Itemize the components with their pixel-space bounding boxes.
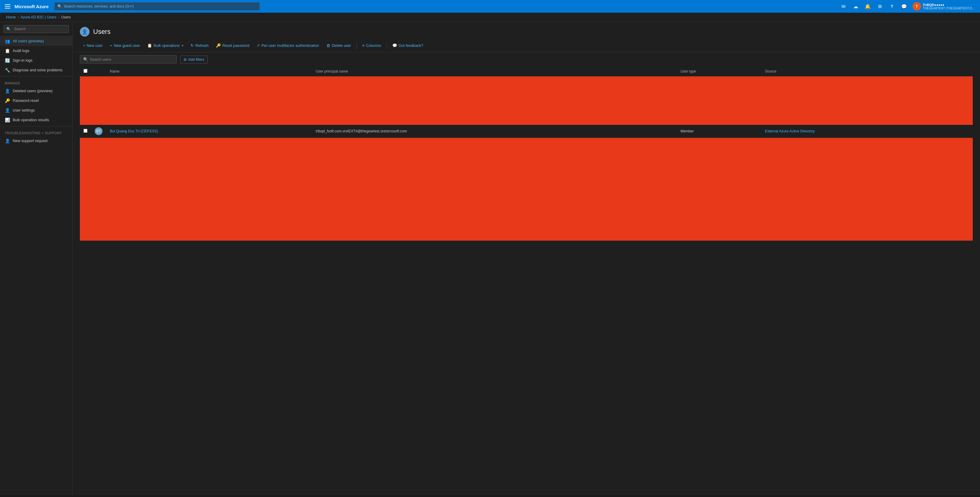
new-user-button[interactable]: + New user bbox=[80, 41, 105, 49]
bulk-operations-icon: 📋 bbox=[147, 43, 152, 48]
user-account-area[interactable]: T TriBQD●●●●● THEGEARTEST (THEGEARTEST.O… bbox=[911, 2, 976, 11]
sidebar-item-deleted-users-label: Deleted users (preview) bbox=[13, 89, 52, 93]
brand-name: Microsoft Azure bbox=[14, 4, 49, 9]
sidebar-item-audit-logs-label: Audit logs bbox=[13, 49, 29, 53]
per-user-mfa-icon: ↗ bbox=[256, 43, 260, 48]
add-filters-icon: ⊞ bbox=[184, 57, 187, 62]
notifications-panel-icon[interactable]: ✉ bbox=[838, 1, 849, 12]
sidebar-item-new-support[interactable]: 👤 New support request bbox=[0, 136, 72, 146]
feedback-icon[interactable]: 💬 bbox=[899, 1, 910, 12]
table-area: Name User principal name User type Sourc… bbox=[73, 67, 980, 495]
hamburger-menu[interactable] bbox=[4, 3, 11, 10]
all-users-icon: 👥 bbox=[5, 39, 10, 43]
user-avatar: T bbox=[913, 2, 921, 11]
audit-logs-icon: 📋 bbox=[5, 48, 10, 53]
global-search-input[interactable] bbox=[64, 4, 256, 8]
table-header-row: Name User principal name User type Sourc… bbox=[80, 67, 973, 76]
help-icon[interactable]: ? bbox=[886, 1, 897, 12]
sidebar-search-input[interactable] bbox=[14, 27, 66, 31]
top-navigation: Microsoft Azure 🔍 ✉ ☁ 🔔 ⚙ ? 💬 T TriBQD●●… bbox=[0, 0, 980, 13]
manage-section-label: Manage bbox=[0, 78, 72, 86]
breadcrumb: Home › Azure AD B2C | Users › Users bbox=[0, 13, 980, 22]
select-all-checkbox[interactable] bbox=[83, 69, 88, 73]
breadcrumb-parent[interactable]: Azure AD B2C | Users bbox=[21, 15, 57, 19]
columns-icon: ≡ bbox=[362, 43, 365, 48]
users-search-input[interactable] bbox=[90, 57, 173, 62]
col-type[interactable]: User type bbox=[677, 67, 761, 76]
notifications-bell-icon[interactable]: 🔔 bbox=[862, 1, 873, 12]
new-support-icon: 👤 bbox=[5, 138, 10, 143]
breadcrumb-home[interactable]: Home bbox=[6, 15, 16, 19]
top-nav-icons: ✉ ☁ 🔔 ⚙ ? 💬 T TriBQD●●●●● THEGEARTEST (T… bbox=[838, 1, 976, 12]
bulk-operations-button[interactable]: 📋 Bulk operations ▾ bbox=[144, 41, 186, 49]
sidebar-item-new-support-label: New support request bbox=[13, 139, 48, 143]
breadcrumb-current: Users bbox=[61, 15, 71, 19]
row-email-cell: tribqd_fsoft.com.vn#EXT#@thegeartest.onm… bbox=[312, 125, 677, 138]
page-title: Users bbox=[93, 28, 110, 36]
refresh-button[interactable]: ↻ Refresh bbox=[188, 41, 212, 49]
toolbar-divider bbox=[356, 42, 357, 49]
row-user-type: Member bbox=[681, 129, 694, 133]
sidebar-nav-items: 👥 All users (preview) 📋 Audit logs 🔄 Sig… bbox=[0, 36, 72, 75]
feedback-btn-icon: 💬 bbox=[392, 43, 397, 48]
red-block-row-top bbox=[80, 76, 973, 125]
user-settings-icon: 👤 bbox=[5, 108, 10, 113]
col-name[interactable]: Name bbox=[106, 67, 312, 76]
global-search-bar[interactable]: 🔍 bbox=[54, 2, 260, 11]
users-search-box[interactable]: 🔍 bbox=[80, 55, 177, 64]
row-display-name[interactable]: Bui Quang Duc Tri (CEP.ESS) bbox=[110, 129, 158, 133]
sidebar-item-deleted-users[interactable]: 👤 Deleted users (preview) bbox=[0, 86, 72, 96]
row-checkbox[interactable] bbox=[83, 129, 88, 133]
row-source[interactable]: External Azure Active Directory bbox=[765, 129, 815, 133]
toolbar: + New user + New guest user 📋 Bulk opera… bbox=[73, 39, 980, 52]
row-email: tribqd_fsoft.com.vn#EXT#@thegeartest.onm… bbox=[316, 129, 407, 133]
sidebar-item-diagnose-label: Diagnose and solve problems bbox=[13, 68, 63, 72]
add-filters-button[interactable]: ⊞ Add filters bbox=[180, 56, 207, 64]
sidebar-item-diagnose[interactable]: 🔧 Diagnose and solve problems bbox=[0, 65, 72, 75]
bulk-operation-results-icon: 📊 bbox=[5, 118, 10, 122]
sidebar-item-password-reset[interactable]: 🔑 Password reset bbox=[0, 96, 72, 105]
sidebar-search-box[interactable]: 🔍 bbox=[4, 25, 68, 33]
columns-button[interactable]: ≡ Columns bbox=[360, 41, 384, 49]
delete-user-button[interactable]: 🗑 Delete user bbox=[323, 41, 354, 49]
sidebar-item-audit-logs[interactable]: 📋 Audit logs bbox=[0, 46, 72, 56]
col-upn[interactable]: User principal name bbox=[312, 67, 677, 76]
col-source[interactable]: Source bbox=[761, 67, 973, 76]
user-tenant: THEGEARTEST (THEGEARTEST.O... bbox=[923, 6, 975, 10]
feedback-button[interactable]: 💬 Got feedback? bbox=[389, 41, 426, 49]
users-table: Name User principal name User type Sourc… bbox=[80, 67, 973, 241]
row-name-cell[interactable]: Bui Quang Duc Tri (CEP.ESS) bbox=[106, 125, 312, 138]
sidebar-item-bulk-operation-results[interactable]: 📊 Bulk operation results bbox=[0, 115, 72, 125]
diagnose-icon: 🔧 bbox=[5, 68, 10, 73]
deleted-users-icon: 👤 bbox=[5, 89, 10, 94]
row-type-cell: Member bbox=[677, 125, 761, 138]
sidebar-item-user-settings-label: User settings bbox=[13, 108, 35, 113]
breadcrumb-sep-2: › bbox=[58, 15, 60, 19]
sidebar-item-sign-in-logs[interactable]: 🔄 Sign-in logs bbox=[0, 56, 72, 65]
table-row: BT Bui Quang Duc Tri (CEP.ESS) tribqd_fs… bbox=[80, 125, 973, 138]
user-display-name: TriBQD●●●●● bbox=[923, 3, 975, 6]
reset-password-button[interactable]: 🔑 Reset password bbox=[213, 41, 253, 49]
select-all-header[interactable] bbox=[80, 67, 91, 76]
troubleshooting-section-label: Troubleshooting + Support bbox=[0, 127, 72, 136]
sign-in-logs-icon: 🔄 bbox=[5, 58, 10, 63]
sidebar-item-password-reset-label: Password reset bbox=[13, 98, 39, 103]
row-checkbox-cell[interactable] bbox=[80, 125, 91, 138]
settings-gear-icon[interactable]: ⚙ bbox=[875, 1, 885, 12]
sidebar-search-icon: 🔍 bbox=[6, 27, 11, 31]
sidebar-divider-1 bbox=[0, 76, 72, 76]
row-source-cell[interactable]: External Azure Active Directory bbox=[761, 125, 973, 138]
new-guest-user-icon: + bbox=[110, 43, 112, 48]
sidebar-item-user-settings[interactable]: 👤 User settings bbox=[0, 105, 72, 115]
toolbar-divider-2 bbox=[387, 42, 387, 49]
row-avatar-cell: BT bbox=[91, 125, 106, 138]
sidebar-item-all-users-label: All users (preview) bbox=[13, 39, 44, 43]
cloud-shell-icon[interactable]: ☁ bbox=[850, 1, 861, 12]
global-search-icon: 🔍 bbox=[57, 4, 62, 8]
per-user-mfa-button[interactable]: ↗ Per-user multifactor authentication bbox=[253, 41, 322, 49]
sidebar-item-all-users[interactable]: 👥 All users (preview) bbox=[0, 36, 72, 46]
new-guest-user-button[interactable]: + New guest user bbox=[107, 41, 143, 49]
refresh-icon: ↻ bbox=[191, 43, 194, 48]
sidebar-item-sign-in-logs-label: Sign-in logs bbox=[13, 58, 32, 63]
page-title-icon: 👤 bbox=[80, 27, 89, 37]
